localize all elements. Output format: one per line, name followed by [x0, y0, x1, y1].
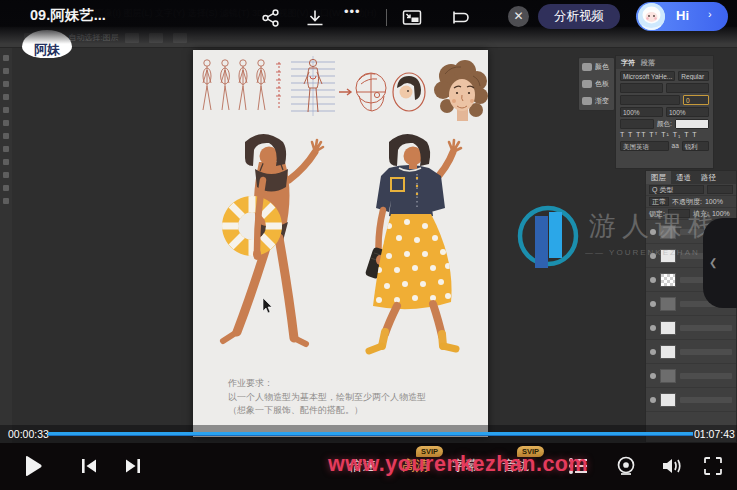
previous-icon[interactable] [78, 455, 100, 477]
aa-label: aa [672, 141, 679, 151]
proportion-chart [291, 56, 335, 116]
font-style-field[interactable]: Regular [678, 71, 709, 81]
volume-icon[interactable] [660, 455, 682, 477]
record-icon[interactable] [615, 455, 637, 477]
head-construction-sketch [356, 73, 386, 111]
ps-toolbar-strip [0, 48, 12, 443]
antialias-select[interactable]: 锐利 [682, 141, 709, 151]
watermark-logo-subtext: —— YOURENKEZHAN [585, 248, 700, 257]
text-format-buttons[interactable]: T T TT Tᵀ T¹ T₁ T T [616, 129, 713, 138]
layer-row[interactable] [646, 340, 736, 364]
color-icon [582, 63, 592, 71]
assignment-text: 作业要求： 以一个人物造型为基本型，绘制至少两个人物造型 （想象一下服饰、配件的… [227, 378, 426, 415]
side-drawer-handle[interactable]: ❮ [703, 218, 737, 308]
ps-character-panel[interactable]: 字符 段落 Microsoft YaHe... Regular 0 100% 1… [615, 55, 714, 169]
video-title: 09.阿妹艺... [30, 6, 106, 25]
more-options-icon[interactable]: ••• [344, 4, 364, 22]
head-silhouette-sketch [393, 73, 425, 111]
assignment-line1: 以一个人物造型为基本型，绘制至少两个人物造型 [228, 392, 426, 402]
watermark-logo-text: 游人课栈 [589, 208, 721, 244]
font-size-field[interactable] [620, 83, 663, 93]
chevron-left-icon: ❮ [709, 257, 717, 268]
video-player-window: 文件(F) 编辑(E) 图像(I) 图层(L) 文字(Y) 选择(S) 滤镜(T… [0, 0, 737, 490]
avatar [638, 3, 665, 30]
arrow-sketch [339, 89, 351, 95]
swatches-icon [582, 80, 592, 88]
layer-filter-field[interactable]: Q 类型 [649, 185, 704, 194]
chevron-right-icon: › [708, 8, 712, 20]
ps-artboard: 作业要求： 以一个人物造型为基本型，绘制至少两个人物造型 （想象一下服饰、配件的… [193, 50, 488, 437]
polka-dot-skirt [373, 214, 452, 309]
character-left-woman [222, 134, 323, 344]
current-time: 00:00:33 [8, 428, 49, 440]
panel-swatches: 色板 [579, 75, 614, 92]
tab-channels[interactable]: 通道 [671, 171, 696, 184]
filter-icons[interactable] [707, 185, 733, 194]
panel-gradient: 渐变 [579, 92, 614, 109]
tab-paragraph[interactable]: 段落 [641, 58, 655, 68]
panel-color-label[interactable]: 颜色 [595, 62, 609, 72]
text-color-swatch[interactable] [675, 119, 709, 129]
font-family-field[interactable]: Microsoft YaHe... [620, 71, 675, 81]
vscale-field[interactable]: 100% [620, 107, 663, 117]
hscale-field[interactable]: 100% [666, 107, 709, 117]
panel-swatches-label[interactable]: 色板 [595, 79, 609, 89]
panel-gradient-label[interactable]: 渐变 [595, 96, 609, 106]
next-icon[interactable] [122, 455, 144, 477]
player-timeline-row: 00:00:33 01:07:43 [0, 425, 737, 443]
total-time: 01:07:43 [694, 428, 735, 440]
layer-row[interactable] [646, 364, 736, 388]
mini-player-icon[interactable] [451, 9, 471, 27]
panel-color: 颜色 [579, 58, 614, 75]
player-top-bar: 09.阿妹艺... ••• ✕ 分析视频 Hi › [0, 0, 737, 44]
character-illustration: 作业要求： 以一个人物造型为基本型，绘制至少两个人物造型 （想象一下服饰、配件的… [193, 50, 488, 437]
account-button[interactable]: Hi › [636, 2, 728, 31]
baseline-field[interactable] [620, 119, 654, 129]
download-icon[interactable] [305, 9, 325, 27]
picture-in-picture-icon[interactable] [402, 9, 422, 27]
leading-field[interactable] [666, 83, 709, 93]
mouse-cursor [263, 298, 272, 313]
seek-bar[interactable] [48, 432, 693, 436]
analyze-video-button[interactable]: 分析视频 [538, 4, 620, 29]
share-icon[interactable] [261, 9, 281, 27]
tracking-field[interactable]: 0 [683, 95, 709, 105]
assignment-line2: （想象一下服饰、配件的搭配。） [228, 405, 363, 415]
play-icon[interactable] [20, 453, 46, 479]
swim-ring [222, 196, 282, 256]
close-icon[interactable]: ✕ [508, 6, 529, 27]
assignment-title: 作业要求： [227, 378, 273, 388]
ps-color-panel-group[interactable]: 颜色 色板 渐变 [578, 57, 615, 111]
yourenkezhan-logo-icon [515, 200, 585, 280]
gradient-icon [582, 97, 592, 105]
language-select[interactable]: 美国英语 [620, 141, 669, 151]
fullscreen-icon[interactable] [702, 455, 724, 477]
tab-layers[interactable]: 图层 [646, 171, 671, 184]
yourenkezhan-watermark: 游人课栈 —— YOURENKEZHAN [515, 200, 725, 280]
layer-row[interactable] [646, 388, 736, 412]
tab-paths[interactable]: 路径 [696, 171, 721, 184]
color-label: 颜色: [657, 119, 672, 129]
tab-character[interactable]: 字符 [621, 58, 635, 68]
portrait-illustration [434, 60, 488, 121]
layer-row[interactable] [646, 316, 736, 340]
account-label: Hi [676, 8, 689, 23]
toolbar-divider [386, 9, 387, 26]
site-watermark: www.yourenkezhan.com [328, 452, 588, 477]
figure-sketches [203, 60, 281, 110]
kerning-field[interactable] [620, 95, 680, 105]
character-right-woman [365, 134, 461, 351]
